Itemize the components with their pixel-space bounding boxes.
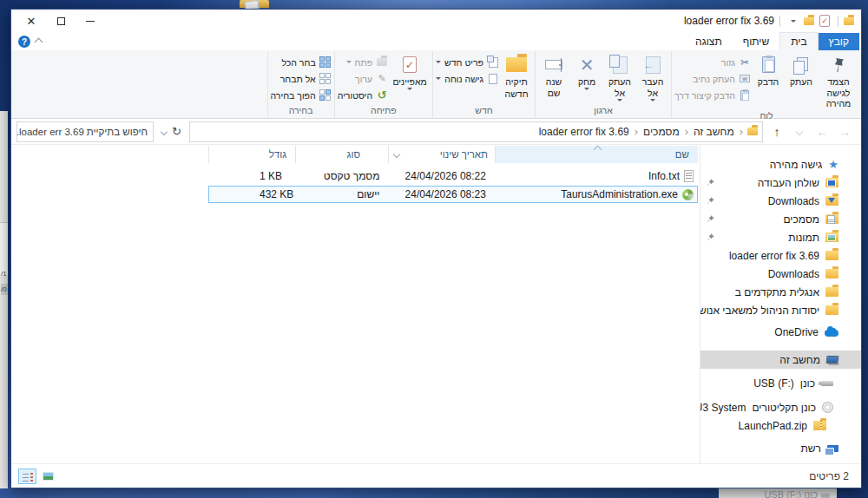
qat-new-folder-button[interactable]	[801, 13, 817, 29]
sidebar-item-documents[interactable]: מסמכים	[700, 210, 861, 228]
refresh-controls: ↻	[156, 126, 187, 137]
edit-button[interactable]: ✎ ערוך	[338, 72, 388, 85]
move-to-icon: ←	[646, 56, 661, 74]
thumbnail-view-button[interactable]	[39, 469, 57, 484]
quick-access-star-icon: ★	[828, 159, 838, 170]
this-pc-icon	[826, 356, 839, 364]
sidebar-item-label: כונן תקליטורים	[752, 402, 816, 414]
history-button[interactable]: ↺ היסטוריה	[338, 88, 388, 102]
group-label-open: פתיחה	[338, 104, 430, 118]
recent-locations-button[interactable]	[790, 122, 809, 141]
rename-button[interactable]: שנה שם	[538, 51, 569, 98]
select-none-button[interactable]: אל תבחר	[271, 72, 332, 85]
invert-selection-button[interactable]: הפוך בחירה	[271, 88, 332, 102]
sidebar-item-label: גישה מהירה	[770, 159, 823, 171]
cut-button[interactable]: ✂ גזור	[674, 56, 751, 69]
maximize-button[interactable]	[46, 12, 76, 29]
close-button[interactable]: ✕	[16, 12, 46, 29]
minimize-button[interactable]	[76, 12, 105, 29]
collapse-ribbon-icon[interactable]	[35, 38, 43, 47]
sidebar-item-label-latin: (E:) U3 System	[700, 402, 746, 414]
group-label-select: בחירה	[271, 104, 332, 118]
search-input[interactable]: חיפוש בתיקיית ...loader err 3.69	[16, 121, 154, 142]
new-item-button[interactable]: פריט חדש	[436, 56, 499, 69]
column-header-name[interactable]: שם	[495, 146, 698, 163]
open-button[interactable]: פתח	[338, 56, 388, 69]
breadcrumb-documents[interactable]: מסמכים	[642, 126, 681, 138]
network-icon	[827, 445, 838, 452]
sidebar-item-network[interactable]: רשת	[700, 439, 861, 457]
file-size: 432 KB	[260, 188, 293, 200]
sidebar-item-loader-error-fix[interactable]: loader error fix 3.69	[700, 246, 861, 265]
back-button[interactable]: →	[835, 122, 854, 141]
delete-button[interactable]: ✕ מחק	[571, 51, 602, 90]
new-folder-button[interactable]: תיקיהחדשה	[501, 51, 532, 99]
column-headers: שם תאריך שינוי סוג גודל	[11, 146, 698, 163]
details-view-button[interactable]	[18, 469, 36, 484]
select-all-button[interactable]: בחר הכל	[271, 56, 332, 69]
forward-button[interactable]: ←	[812, 122, 832, 141]
sidebar-item-cd-drive[interactable]: כונן תקליטורים (E:) U3 System	[700, 398, 861, 416]
sidebar-item-english-advanced[interactable]: אנגלית מתקדמים ב	[700, 283, 861, 301]
sidebar-item-label-latin: USB (F:)	[753, 377, 794, 390]
minimize-icon	[86, 21, 95, 22]
sidebar-item-this-pc[interactable]: מחשב זה	[700, 351, 861, 369]
ribbon-group-organize: ← העבר אל העתק אל ✕ מחק שנה שם ארגון	[535, 51, 671, 118]
sidebar-item-label: Downloads	[768, 195, 819, 207]
desktop-folder-icon-partial	[240, 0, 269, 8]
tab-home[interactable]: בית	[779, 32, 818, 50]
easy-access-button[interactable]: גישה נוחה	[436, 72, 499, 85]
breadcrumb-current-folder[interactable]: loader error fix 3.69	[538, 126, 630, 138]
file-row-info-txt[interactable]: Info.txt 24/04/2026 08:22 מסמך טקסט 1 KB	[208, 167, 698, 185]
sidebar-item-desktop[interactable]: שולחן העבודה	[700, 174, 861, 192]
paste-button[interactable]: הדבק	[753, 51, 784, 88]
file-row-taurus-exe[interactable]: TaurusAdministration.exe 24/04/2026 08:2…	[208, 186, 698, 203]
sidebar-item-onedrive[interactable]: OneDrive	[700, 323, 861, 341]
qat-customize-button[interactable]	[786, 13, 801, 29]
tab-view[interactable]: תצוגה	[685, 33, 733, 50]
application-icon	[682, 189, 694, 200]
chevron-down-icon	[346, 61, 352, 63]
tab-file[interactable]: קובץ	[819, 33, 859, 50]
refresh-icon[interactable]: ↻	[172, 126, 181, 137]
search-placeholder-folder: ...loader err 3.69	[16, 127, 84, 137]
divider	[838, 16, 838, 27]
sidebar-item-usb-drive[interactable]: כונן USB (F:)	[700, 374, 861, 392]
pin-to-quick-access-button[interactable]: הצמד לגישה מהירה	[819, 51, 858, 109]
sidebar-item-downloads[interactable]: Downloads	[700, 265, 861, 283]
qat-properties-button[interactable]	[817, 13, 832, 29]
select-all-icon	[319, 56, 331, 68]
chevron-down-icon	[791, 20, 796, 23]
help-icon[interactable]	[18, 36, 30, 48]
column-header-date-modified[interactable]: תאריך שינוי	[388, 146, 495, 163]
sidebar-item-hr-management[interactable]: יסודות הניהול למשאבי אנוש	[700, 301, 861, 319]
address-dropdown-icon[interactable]	[161, 128, 168, 134]
copy-to-button[interactable]: העתק אל	[604, 51, 635, 102]
filter-chevron-icon[interactable]	[393, 151, 400, 158]
copy-path-button[interactable]: W העתק נתיב	[674, 72, 751, 85]
column-header-type[interactable]: סוג	[295, 146, 388, 163]
up-button[interactable]: ↑	[767, 122, 786, 141]
properties-icon	[403, 56, 417, 73]
tab-share[interactable]: שיתוף	[733, 33, 780, 50]
sidebar-item-pictures[interactable]: תמונות	[700, 228, 861, 246]
titlebar[interactable]: loader error fix 3.69 ✕	[11, 10, 861, 32]
sidebar-item-launchpad-zip[interactable]: LaunchPad.zip	[700, 416, 861, 435]
background-text: /0	[1, 284, 8, 295]
paste-shortcut-button[interactable]: הדבק קיצור דרך	[674, 88, 751, 102]
sidebar-item-downloads-pinned[interactable]: Downloads	[700, 192, 861, 210]
copy-button[interactable]: העתק	[786, 51, 817, 88]
sidebar-item-quick-access[interactable]: ★ גישה מהירה	[700, 155, 861, 174]
column-header-size[interactable]: גודל	[208, 146, 295, 163]
move-to-button[interactable]: ← העבר אל	[637, 51, 668, 102]
usb-drive-icon	[821, 381, 833, 386]
new-item-icon	[489, 57, 498, 68]
address-breadcrumb[interactable]: ‹ מחשב זה ‹ מסמכים ‹ loader error fix 3.…	[189, 121, 763, 142]
folder-icon	[825, 287, 838, 297]
properties-button[interactable]: מאפיינים	[390, 51, 430, 90]
pin-icon	[828, 55, 849, 75]
documents-folder-icon	[825, 214, 838, 224]
breadcrumb-this-pc[interactable]: מחשב זה	[693, 126, 735, 138]
file-type: מסמך טקסט	[324, 170, 380, 182]
sidebar-item-label: מחשב זה	[779, 354, 820, 366]
